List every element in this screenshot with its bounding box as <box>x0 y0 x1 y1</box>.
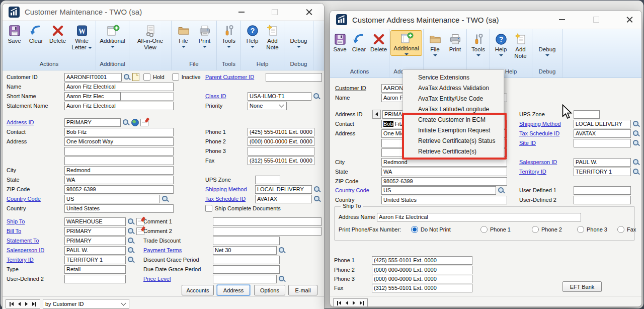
name-field[interactable]: Aaron Fitz Electrical <box>64 83 174 91</box>
inactive-checkbox[interactable] <box>172 73 179 81</box>
close-button[interactable] <box>300 4 317 20</box>
address-button[interactable]: Address <box>217 285 250 295</box>
all-in-one-view-button[interactable]: All-in-One View <box>133 21 168 51</box>
comment1-field[interactable] <box>213 217 321 226</box>
lookup-icon[interactable] <box>632 139 640 147</box>
payment-terms-link[interactable]: Payment Terms <box>143 247 213 253</box>
territory-field[interactable]: TERRITORY 1 <box>64 256 126 264</box>
menu-item-retrieve-certificates[interactable]: Retrieve Certificate(s) <box>403 146 504 157</box>
statement-to-link[interactable]: Statement To <box>7 238 64 244</box>
minimize-button[interactable] <box>553 11 571 29</box>
address-3-field[interactable] <box>64 157 174 165</box>
statement-to-field[interactable]: PRIMARY <box>64 237 126 245</box>
territory-field[interactable]: TERRITORY 1 <box>574 168 631 176</box>
lookup-icon[interactable] <box>127 227 135 235</box>
territory-link[interactable]: Territory ID <box>519 169 574 175</box>
email-button[interactable]: E-mail <box>288 285 317 295</box>
customer-id-field[interactable]: AARONFIT0001 <box>64 73 122 82</box>
state-field[interactable]: WA <box>64 176 174 184</box>
delete-button[interactable]: Delete <box>369 29 389 53</box>
radio-fax[interactable]: Fax <box>617 225 636 234</box>
radio-phone1[interactable]: Phone 1 <box>480 225 511 234</box>
lookup-icon[interactable] <box>127 256 135 264</box>
lookup-icon[interactable] <box>123 73 131 81</box>
save-button[interactable]: Save <box>4 21 26 44</box>
salesperson-link[interactable]: Salesperson ID <box>7 247 64 253</box>
country-field[interactable]: United States <box>64 204 174 213</box>
class-id-link[interactable]: Class ID <box>205 93 248 99</box>
phone2-field[interactable]: (000) 000-0000 Ext. 0000 <box>248 137 314 146</box>
add-note-button[interactable]: Add Note <box>263 21 283 51</box>
state-field[interactable]: WA <box>381 168 507 176</box>
salesperson-link[interactable]: Salesperson ID <box>519 159 574 165</box>
accounts-button[interactable]: Accounts <box>182 285 214 295</box>
print-button[interactable]: Print <box>194 21 215 48</box>
ship-to-link[interactable]: Ship To <box>7 218 64 224</box>
map-globe-icon[interactable] <box>131 119 139 126</box>
nav-first-button[interactable] <box>337 301 341 305</box>
country-field[interactable]: United States <box>381 196 507 204</box>
fax-field[interactable]: (312) 555-0101 Ext. 0000 <box>248 157 314 165</box>
customer-id-label[interactable]: Customer ID <box>335 85 381 91</box>
note-icon[interactable] <box>132 73 139 81</box>
phone2-field[interactable]: (000) 000-0000 Ext. 0000 <box>372 266 472 274</box>
country-code-field[interactable]: US <box>64 195 160 203</box>
ups-zone-field[interactable] <box>574 110 600 119</box>
nav-last-button[interactable] <box>360 301 364 305</box>
lookup-icon[interactable] <box>632 120 640 128</box>
salesperson-field[interactable]: PAUL W. <box>574 158 631 167</box>
radio-phone3[interactable]: Phone 3 <box>577 225 607 234</box>
shipping-method-field[interactable]: LOCAL DELIVERY <box>574 120 631 128</box>
class-id-field[interactable]: USA-ILMO-T1 <box>248 92 311 101</box>
delete-button[interactable]: Delete <box>47 21 69 44</box>
price-level-link[interactable]: Price Level <box>143 276 213 282</box>
parent-customer-field[interactable] <box>266 73 322 82</box>
address-field[interactable]: One Microsoft Way <box>64 137 174 146</box>
radio-phone2[interactable]: Phone 2 <box>532 225 562 234</box>
lookup-icon[interactable] <box>632 168 640 176</box>
lookup-icon[interactable] <box>632 158 640 166</box>
letter-pin-icon[interactable] <box>140 119 148 126</box>
add-note-button[interactable]: Add Note <box>511 29 531 59</box>
country-code-link[interactable]: Country Code <box>7 196 64 202</box>
comment2-field[interactable] <box>213 227 321 236</box>
write-letter-button[interactable]: WWrite Letter <box>69 21 95 51</box>
ups-zone-field[interactable] <box>255 176 280 184</box>
menu-item-initiate-exemption-request[interactable]: Initiate Exemption Request <box>403 125 504 135</box>
country-code-link[interactable]: Country Code <box>335 187 381 193</box>
short-name-field[interactable]: Aaron Fitz Elec <box>64 92 121 101</box>
lookup-icon[interactable] <box>313 195 321 203</box>
nav-next-button[interactable] <box>353 301 355 305</box>
discount-grace-field[interactable] <box>213 256 280 264</box>
bill-to-field[interactable]: PRIMARY <box>64 227 126 236</box>
additional-button[interactable]: Additional <box>98 21 128 48</box>
territory-link[interactable]: Territory ID <box>7 257 64 263</box>
lookup-icon[interactable] <box>127 237 135 245</box>
hold-checkbox[interactable] <box>143 73 150 81</box>
address-2-field[interactable] <box>64 147 174 156</box>
menu-item-avatax-address-validation[interactable]: AvaTax Address Validation <box>403 83 504 93</box>
zip-field[interactable]: 98052-6399 <box>64 185 174 194</box>
payment-terms-field[interactable]: Net 30 <box>213 246 277 255</box>
menu-item-retrieve-certificates-status[interactable]: Retrieve Certificate(s) Status <box>403 135 504 146</box>
lookup-icon[interactable] <box>127 246 135 254</box>
radio-do-not-print[interactable]: Do Not Print <box>411 225 451 234</box>
zip-field[interactable]: 98052-6399 <box>381 177 507 186</box>
priority-dropdown[interactable]: None <box>248 102 287 110</box>
maximize-button[interactable] <box>588 11 605 29</box>
site-id-field[interactable] <box>574 139 631 147</box>
salesperson-field[interactable]: PAUL W. <box>64 246 126 255</box>
due-date-grace-field[interactable] <box>213 265 280 274</box>
user-defined-2-field[interactable] <box>64 275 126 283</box>
tools-button[interactable]: Tools <box>218 21 239 48</box>
lookup-icon[interactable] <box>497 186 505 194</box>
debug-button[interactable]: Debug <box>287 21 311 48</box>
lookup-icon[interactable] <box>161 195 169 203</box>
close-button[interactable] <box>621 11 638 29</box>
minimize-button[interactable] <box>233 4 250 20</box>
fax-field[interactable]: (312) 555-0101 Ext. 0000 <box>372 284 472 292</box>
statement-name-field[interactable]: Aaron Fitz Electrical <box>64 102 174 110</box>
site-id-link[interactable]: Site ID <box>519 140 574 146</box>
address-id-link[interactable]: Address ID <box>7 119 64 125</box>
lookup-icon[interactable] <box>278 246 286 254</box>
